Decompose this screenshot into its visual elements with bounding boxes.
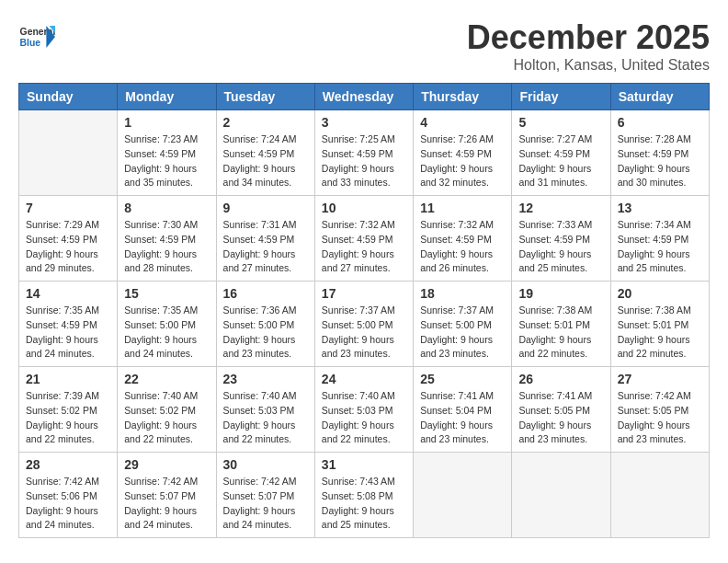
day-number: 7 — [26, 201, 110, 215]
weekday-header-tuesday: Tuesday — [216, 84, 314, 110]
day-info: Sunrise: 7:29 AMSunset: 4:59 PMDaylight:… — [26, 218, 110, 276]
svg-text:Blue: Blue — [20, 38, 41, 48]
calendar-cell: 3Sunrise: 7:25 AMSunset: 4:59 PMDaylight… — [314, 110, 413, 196]
day-number: 8 — [124, 201, 209, 215]
day-number: 25 — [420, 372, 505, 386]
calendar: SundayMondayTuesdayWednesdayThursdayFrid… — [18, 83, 710, 538]
day-number: 23 — [223, 372, 308, 386]
day-number: 12 — [518, 201, 603, 215]
day-info: Sunrise: 7:28 AMSunset: 4:59 PMDaylight:… — [618, 132, 702, 190]
day-number: 19 — [518, 286, 603, 301]
day-info: Sunrise: 7:40 AMSunset: 5:02 PMDaylight:… — [124, 389, 209, 447]
day-number: 29 — [124, 457, 209, 472]
calendar-cell — [19, 110, 118, 196]
logo: General Blue — [18, 18, 59, 55]
day-info: Sunrise: 7:35 AMSunset: 5:00 PMDaylight:… — [124, 304, 209, 362]
day-number: 20 — [618, 286, 702, 301]
logo-icon: General Blue — [18, 18, 55, 55]
calendar-cell: 18Sunrise: 7:37 AMSunset: 5:00 PMDayligh… — [414, 282, 512, 367]
day-number: 26 — [518, 372, 603, 386]
day-number: 17 — [322, 286, 406, 301]
week-row-4: 21Sunrise: 7:39 AMSunset: 5:02 PMDayligh… — [19, 367, 710, 453]
day-info: Sunrise: 7:33 AMSunset: 4:59 PMDaylight:… — [518, 218, 603, 276]
calendar-cell: 28Sunrise: 7:42 AMSunset: 5:06 PMDayligh… — [19, 453, 118, 538]
day-number: 2 — [223, 115, 308, 130]
day-number: 6 — [618, 115, 702, 130]
calendar-cell: 13Sunrise: 7:34 AMSunset: 4:59 PMDayligh… — [610, 196, 709, 282]
day-info: Sunrise: 7:37 AMSunset: 5:00 PMDaylight:… — [322, 304, 406, 362]
day-number: 14 — [26, 286, 110, 301]
day-number: 24 — [322, 372, 406, 386]
calendar-cell: 7Sunrise: 7:29 AMSunset: 4:59 PMDaylight… — [19, 196, 118, 282]
day-number: 5 — [518, 115, 603, 130]
day-info: Sunrise: 7:26 AMSunset: 4:59 PMDaylight:… — [420, 132, 505, 190]
day-info: Sunrise: 7:35 AMSunset: 4:59 PMDaylight:… — [26, 304, 110, 362]
day-info: Sunrise: 7:32 AMSunset: 4:59 PMDaylight:… — [420, 218, 505, 276]
week-row-3: 14Sunrise: 7:35 AMSunset: 4:59 PMDayligh… — [19, 282, 710, 367]
day-info: Sunrise: 7:42 AMSunset: 5:06 PMDaylight:… — [26, 475, 110, 533]
calendar-cell: 20Sunrise: 7:38 AMSunset: 5:01 PMDayligh… — [610, 282, 709, 367]
calendar-cell: 22Sunrise: 7:40 AMSunset: 5:02 PMDayligh… — [118, 367, 216, 453]
calendar-cell: 14Sunrise: 7:35 AMSunset: 4:59 PMDayligh… — [19, 282, 118, 367]
weekday-header-saturday: Saturday — [610, 84, 709, 110]
calendar-cell: 17Sunrise: 7:37 AMSunset: 5:00 PMDayligh… — [314, 282, 413, 367]
weekday-header-thursday: Thursday — [414, 84, 512, 110]
month-title: December 2025 — [467, 18, 710, 57]
calendar-cell: 10Sunrise: 7:32 AMSunset: 4:59 PMDayligh… — [314, 196, 413, 282]
day-info: Sunrise: 7:34 AMSunset: 4:59 PMDaylight:… — [618, 218, 702, 276]
weekday-header-sunday: Sunday — [19, 84, 118, 110]
day-info: Sunrise: 7:38 AMSunset: 5:01 PMDaylight:… — [518, 304, 603, 362]
day-info: Sunrise: 7:40 AMSunset: 5:03 PMDaylight:… — [223, 389, 308, 447]
day-number: 22 — [124, 372, 209, 386]
week-row-2: 7Sunrise: 7:29 AMSunset: 4:59 PMDaylight… — [19, 196, 710, 282]
calendar-cell: 9Sunrise: 7:31 AMSunset: 4:59 PMDaylight… — [216, 196, 314, 282]
calendar-cell: 8Sunrise: 7:30 AMSunset: 4:59 PMDaylight… — [118, 196, 216, 282]
calendar-cell: 4Sunrise: 7:26 AMSunset: 4:59 PMDaylight… — [414, 110, 512, 196]
calendar-cell: 11Sunrise: 7:32 AMSunset: 4:59 PMDayligh… — [414, 196, 512, 282]
page-header: General Blue December 2025 Holton, Kansa… — [18, 18, 710, 74]
calendar-cell: 24Sunrise: 7:40 AMSunset: 5:03 PMDayligh… — [314, 367, 413, 453]
day-info: Sunrise: 7:40 AMSunset: 5:03 PMDaylight:… — [322, 389, 406, 447]
calendar-cell: 23Sunrise: 7:40 AMSunset: 5:03 PMDayligh… — [216, 367, 314, 453]
day-info: Sunrise: 7:27 AMSunset: 4:59 PMDaylight:… — [518, 132, 603, 190]
day-info: Sunrise: 7:23 AMSunset: 4:59 PMDaylight:… — [124, 132, 209, 190]
day-number: 9 — [223, 201, 308, 215]
calendar-cell: 1Sunrise: 7:23 AMSunset: 4:59 PMDaylight… — [118, 110, 216, 196]
location: Holton, Kansas, United States — [467, 57, 710, 74]
day-info: Sunrise: 7:39 AMSunset: 5:02 PMDaylight:… — [26, 389, 110, 447]
day-info: Sunrise: 7:43 AMSunset: 5:08 PMDaylight:… — [322, 475, 406, 533]
day-info: Sunrise: 7:25 AMSunset: 4:59 PMDaylight:… — [322, 132, 406, 190]
day-info: Sunrise: 7:42 AMSunset: 5:05 PMDaylight:… — [618, 389, 702, 447]
week-row-5: 28Sunrise: 7:42 AMSunset: 5:06 PMDayligh… — [19, 453, 710, 538]
week-row-1: 1Sunrise: 7:23 AMSunset: 4:59 PMDaylight… — [19, 110, 710, 196]
day-number: 16 — [223, 286, 308, 301]
calendar-cell: 5Sunrise: 7:27 AMSunset: 4:59 PMDaylight… — [512, 110, 610, 196]
day-number: 1 — [124, 115, 209, 130]
calendar-cell — [414, 453, 512, 538]
day-info: Sunrise: 7:32 AMSunset: 4:59 PMDaylight:… — [322, 218, 406, 276]
calendar-cell: 19Sunrise: 7:38 AMSunset: 5:01 PMDayligh… — [512, 282, 610, 367]
day-number: 13 — [618, 201, 702, 215]
calendar-cell — [610, 453, 709, 538]
calendar-cell: 31Sunrise: 7:43 AMSunset: 5:08 PMDayligh… — [314, 453, 413, 538]
calendar-cell: 25Sunrise: 7:41 AMSunset: 5:04 PMDayligh… — [414, 367, 512, 453]
day-number: 27 — [618, 372, 702, 386]
day-info: Sunrise: 7:42 AMSunset: 5:07 PMDaylight:… — [223, 475, 308, 533]
calendar-cell: 2Sunrise: 7:24 AMSunset: 4:59 PMDaylight… — [216, 110, 314, 196]
calendar-cell — [512, 453, 610, 538]
weekday-header-row: SundayMondayTuesdayWednesdayThursdayFrid… — [19, 84, 710, 110]
day-number: 28 — [26, 457, 110, 472]
calendar-cell: 30Sunrise: 7:42 AMSunset: 5:07 PMDayligh… — [216, 453, 314, 538]
day-info: Sunrise: 7:30 AMSunset: 4:59 PMDaylight:… — [124, 218, 209, 276]
calendar-cell: 6Sunrise: 7:28 AMSunset: 4:59 PMDaylight… — [610, 110, 709, 196]
calendar-cell: 27Sunrise: 7:42 AMSunset: 5:05 PMDayligh… — [610, 367, 709, 453]
calendar-cell: 12Sunrise: 7:33 AMSunset: 4:59 PMDayligh… — [512, 196, 610, 282]
day-info: Sunrise: 7:38 AMSunset: 5:01 PMDaylight:… — [618, 304, 702, 362]
day-number: 30 — [223, 457, 308, 472]
calendar-cell: 29Sunrise: 7:42 AMSunset: 5:07 PMDayligh… — [118, 453, 216, 538]
day-info: Sunrise: 7:31 AMSunset: 4:59 PMDaylight:… — [223, 218, 308, 276]
day-number: 4 — [420, 115, 505, 130]
day-number: 21 — [26, 372, 110, 386]
day-number: 15 — [124, 286, 209, 301]
day-info: Sunrise: 7:42 AMSunset: 5:07 PMDaylight:… — [124, 475, 209, 533]
